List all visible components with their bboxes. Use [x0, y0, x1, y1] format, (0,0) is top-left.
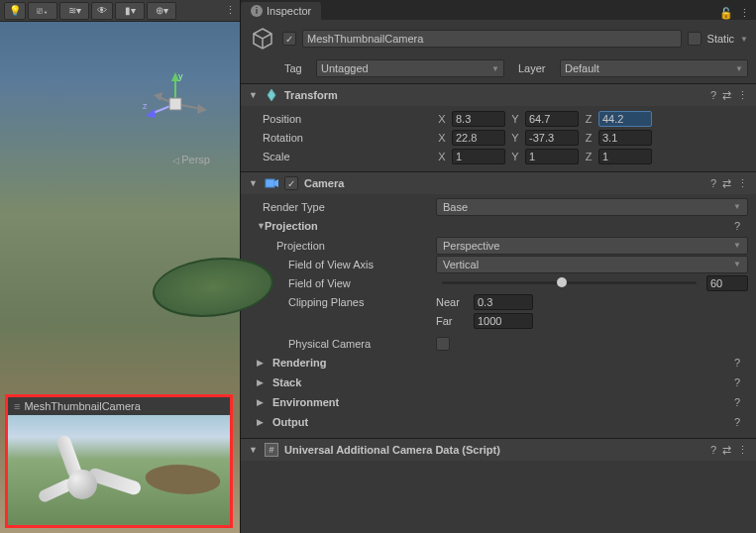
toolbar-dropdown-1[interactable]: ⎚▾: [28, 2, 57, 20]
transform-header[interactable]: ▼ Transform ? ⇄ ⋮: [241, 84, 756, 106]
preset-icon[interactable]: ⇄: [722, 89, 731, 102]
menu-icon[interactable]: ⋮: [737, 177, 748, 190]
projection-label: Projection: [249, 240, 432, 252]
help-icon[interactable]: ?: [734, 396, 740, 408]
menu-icon[interactable]: ⋮: [737, 444, 748, 457]
layer-label: Layer: [518, 62, 554, 74]
static-checkbox[interactable]: [688, 32, 702, 46]
rendering-section[interactable]: ▶ Rendering ?: [249, 353, 748, 373]
near-label: Near: [436, 296, 470, 308]
camera-preview-title: MeshThumbnailCamera: [24, 400, 140, 412]
fov-axis-dropdown[interactable]: Vertical▼: [436, 256, 748, 273]
environment-section[interactable]: ▶ Environment ?: [249, 392, 748, 412]
foldout-icon: ▼: [249, 178, 259, 188]
tab-label: Inspector: [267, 5, 311, 17]
transform-title: Transform: [284, 89, 704, 101]
foldout-icon: ▼: [249, 445, 259, 455]
static-label: Static: [707, 33, 735, 45]
foldout-icon[interactable]: ▼: [249, 221, 259, 231]
lighting-icon[interactable]: 💡: [4, 2, 26, 20]
visibility-icon[interactable]: 👁: [91, 2, 113, 20]
scale-z-input[interactable]: [598, 149, 652, 164]
svg-text:z: z: [143, 101, 148, 111]
gameobject-icon[interactable]: [249, 25, 276, 53]
position-x-input[interactable]: [452, 111, 505, 127]
fov-slider[interactable]: [442, 281, 697, 284]
rotation-z-input[interactable]: [598, 130, 652, 146]
perspective-label[interactable]: ◁ Persp: [172, 154, 210, 165]
svg-marker-9: [154, 92, 162, 101]
render-type-dropdown[interactable]: Base▼: [436, 198, 748, 216]
scene-view[interactable]: 💡 ⎚▾ ≋▾ 👁 ▮▾ ⊕▾ ⋮ y z ◁ Persp ≡ MeshThum: [0, 0, 241, 533]
gameobject-name-input[interactable]: [302, 30, 682, 48]
transform-component: ▼ Transform ? ⇄ ⋮ Position X Y Z Ro: [241, 83, 756, 171]
position-z-input[interactable]: [598, 111, 652, 127]
help-icon[interactable]: ?: [734, 357, 740, 369]
output-section[interactable]: ▶ Output ?: [249, 412, 748, 432]
preset-icon[interactable]: ⇄: [722, 444, 731, 457]
camera-title: Camera: [304, 177, 704, 189]
clipping-label: Clipping Planes: [249, 296, 432, 308]
physical-camera-checkbox[interactable]: [436, 337, 450, 351]
help-icon[interactable]: ?: [710, 444, 716, 457]
camera-preview-header[interactable]: ≡ MeshThumbnailCamera: [8, 397, 230, 415]
toolbar-dropdown-2[interactable]: ≋▾: [59, 2, 89, 20]
rotation-x-input[interactable]: [452, 130, 505, 146]
script-icon: #: [265, 443, 278, 457]
menu-icon[interactable]: ⋮: [737, 89, 748, 102]
scale-y-input[interactable]: [525, 149, 579, 164]
help-icon[interactable]: ?: [734, 376, 740, 388]
orientation-gizmo[interactable]: y z: [141, 69, 210, 139]
camera-icon: [265, 177, 278, 189]
drag-icon: ≡: [14, 400, 20, 412]
help-icon[interactable]: ?: [734, 220, 740, 232]
scale-label: Scale: [249, 151, 432, 162]
svg-rect-11: [266, 179, 274, 187]
foldout-icon: ▼: [249, 90, 259, 100]
near-input[interactable]: [474, 294, 533, 310]
camera-header[interactable]: ▼ ✓ Camera ? ⇄ ⋮: [241, 172, 756, 194]
position-label: Position: [249, 113, 432, 125]
urp-component: ▼ # Universal Additional Camera Data (Sc…: [241, 438, 756, 461]
far-label: Far: [436, 315, 470, 327]
rotation-y-input[interactable]: [525, 130, 579, 146]
urp-title: Universal Additional Camera Data (Script…: [284, 444, 704, 456]
lock-icon[interactable]: 🔓: [719, 7, 733, 20]
camera-enabled-checkbox[interactable]: ✓: [284, 176, 298, 190]
help-icon[interactable]: ?: [710, 89, 716, 102]
position-y-input[interactable]: [525, 111, 579, 127]
preset-icon[interactable]: ⇄: [722, 177, 731, 190]
svg-marker-12: [274, 179, 278, 187]
render-type-label: Render Type: [249, 201, 432, 213]
fov-input[interactable]: [706, 275, 748, 291]
camera-component: ▼ ✓ Camera ? ⇄ ⋮ Render Type Base▼ ▼ Pro…: [241, 171, 756, 438]
tab-bar: i Inspector 🔓 ⋮: [241, 0, 756, 20]
scene-toolbar: 💡 ⎚▾ ≋▾ 👁 ▮▾ ⊕▾ ⋮: [0, 0, 240, 22]
svg-rect-10: [169, 98, 181, 110]
help-icon[interactable]: ?: [710, 177, 716, 190]
active-checkbox[interactable]: ✓: [282, 32, 296, 46]
svg-marker-4: [146, 109, 156, 118]
info-icon: i: [251, 5, 263, 17]
urp-header[interactable]: ▼ # Universal Additional Camera Data (Sc…: [241, 439, 756, 461]
tab-inspector[interactable]: i Inspector: [241, 2, 321, 20]
help-icon[interactable]: ?: [734, 416, 740, 428]
scale-x-input[interactable]: [452, 149, 505, 164]
static-dropdown-arrow[interactable]: ▼: [740, 35, 748, 44]
svg-text:y: y: [178, 71, 183, 81]
tag-dropdown[interactable]: Untagged▼: [316, 59, 504, 77]
menu-icon[interactable]: ⋮: [739, 7, 750, 20]
menu-icon[interactable]: ⋮: [225, 4, 236, 17]
far-input[interactable]: [474, 313, 533, 329]
projection-dropdown[interactable]: Perspective▼: [436, 237, 748, 255]
gameobject-header: ✓ Static ▼: [241, 20, 756, 57]
projection-section-title: Projection: [265, 220, 728, 232]
layer-dropdown[interactable]: Default▼: [560, 59, 748, 77]
camera-dropdown[interactable]: ▮▾: [115, 2, 145, 20]
camera-preview[interactable]: ≡ MeshThumbnailCamera: [5, 394, 233, 528]
gizmo-dropdown[interactable]: ⊕▾: [147, 2, 176, 20]
physical-camera-label: Physical Camera: [249, 338, 432, 350]
tag-layer-row: Tag Untagged▼ Layer Default▼: [241, 57, 756, 83]
fov-label: Field of View: [249, 277, 432, 289]
stack-section[interactable]: ▶ Stack ?: [249, 373, 748, 392]
